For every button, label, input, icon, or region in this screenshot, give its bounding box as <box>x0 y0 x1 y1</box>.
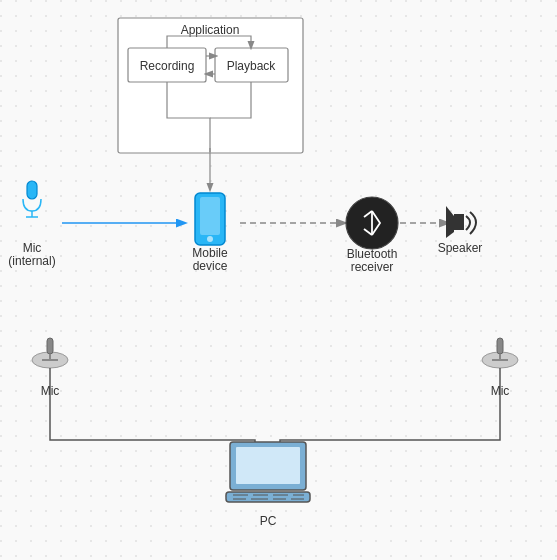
mic-internal-line2: (internal) <box>8 254 55 268</box>
svg-rect-12 <box>200 197 220 235</box>
svg-rect-26 <box>497 338 503 354</box>
svg-point-13 <box>207 236 213 242</box>
bluetooth-line1: Bluetooth <box>347 247 398 261</box>
speaker-label: Speaker <box>438 241 483 255</box>
mobile-device-line2: device <box>193 259 228 273</box>
svg-rect-22 <box>47 338 53 354</box>
mobile-device-line1: Mobile <box>192 246 228 260</box>
mic-left-label: Mic <box>41 384 60 398</box>
playback-label: Playback <box>227 59 277 73</box>
diagram-svg: Application Recording Playback <box>0 0 557 560</box>
svg-rect-14 <box>27 181 37 199</box>
mic-internal-line1: Mic <box>23 241 42 255</box>
svg-rect-31 <box>226 492 310 502</box>
diagram: Application Recording Playback <box>0 0 557 560</box>
bluetooth-line2: receiver <box>351 260 394 274</box>
svg-rect-30 <box>236 447 300 484</box>
svg-rect-19 <box>454 214 464 230</box>
mic-right-label: Mic <box>491 384 510 398</box>
application-label: Application <box>181 23 240 37</box>
recording-label: Recording <box>140 59 195 73</box>
pc-label: PC <box>260 514 277 528</box>
